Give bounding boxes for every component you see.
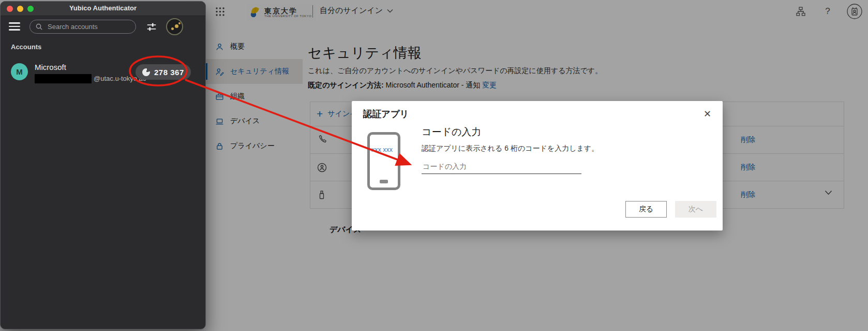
filter-icon[interactable] — [146, 21, 157, 33]
accounts-heading: Accounts — [11, 43, 41, 51]
back-button[interactable]: 戻る — [625, 201, 667, 218]
account-row-microsoft[interactable]: M Microsoft @utac.u-tokyo.ac 278 367 — [1, 59, 205, 88]
dialog-title: 認証アプリ — [363, 108, 409, 120]
window-title: Yubico Authenticator — [1, 4, 205, 12]
enter-code-heading: コードの入力 — [422, 125, 481, 139]
code-input[interactable] — [422, 159, 581, 174]
authenticator-app-dialog: 認証アプリ ✕ xxx xxx コードの入力 認証アプリに表示される 6 桁のコ… — [352, 101, 723, 231]
phone-home-button — [380, 180, 388, 183]
screenshot-stage: 東京大学 THE UNIVERSITY OF TOKYO 自分のサインイン — [0, 0, 868, 331]
close-icon[interactable]: ✕ — [701, 106, 713, 122]
phone-display-code: xxx xxx — [371, 146, 393, 153]
search-icon — [35, 23, 43, 31]
yubikey-icon[interactable] — [166, 18, 183, 35]
search-field — [29, 20, 136, 34]
timer-pie-icon — [142, 68, 150, 76]
phone-illustration: xxx xxx — [367, 132, 400, 190]
next-button[interactable]: 次へ — [675, 201, 716, 218]
otp-code-pill[interactable]: 278 367 — [136, 64, 191, 80]
otp-code: 278 367 — [154, 68, 184, 77]
enter-code-description: 認証アプリに表示される 6 桁のコードを入力します。 — [422, 144, 598, 153]
search-input[interactable] — [47, 22, 130, 31]
yubico-authenticator-window: Yubico Authenticator Accounts — [0, 1, 206, 329]
window-titlebar: Yubico Authenticator — [1, 2, 205, 16]
redacted-username — [35, 74, 92, 83]
account-issuer: Microsoft — [35, 63, 66, 71]
hamburger-menu-icon[interactable] — [9, 22, 20, 31]
account-avatar: M — [11, 63, 28, 80]
